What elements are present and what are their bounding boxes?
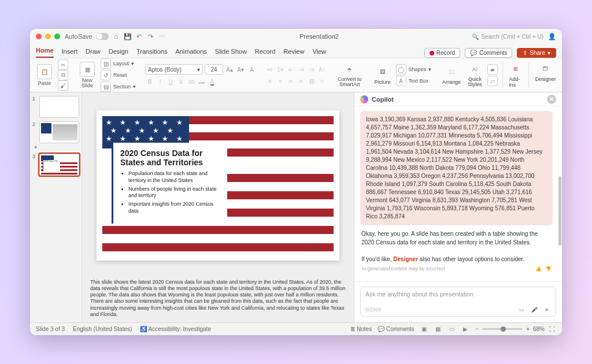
zoom-value[interactable]: 68% — [533, 326, 545, 332]
autosave-toggle[interactable] — [96, 33, 109, 40]
tab-draw[interactable]: Draw — [86, 46, 101, 58]
thumbs-down-icon[interactable]: 👎 — [545, 266, 552, 272]
reset-button[interactable]: ↺Reset — [101, 70, 136, 80]
copilot-ribbon-button[interactable]: Copilot — [561, 62, 562, 88]
clear-format-button[interactable]: A̶ — [247, 65, 256, 74]
tab-slideshow[interactable]: Slide Show — [215, 46, 247, 58]
align-center-button[interactable]: ≡ — [276, 76, 285, 86]
text-direction-button[interactable]: A↕ — [317, 65, 327, 74]
tab-transitions[interactable]: Transitions — [136, 46, 167, 58]
highlight-button[interactable]: ▬ — [197, 77, 206, 86]
new-slide-button[interactable]: ▦ — [80, 62, 95, 77]
tab-insert[interactable]: Insert — [62, 46, 78, 58]
strike-button[interactable]: S̶ — [176, 77, 186, 86]
shape-outline-button[interactable]: ▱ — [487, 76, 498, 86]
section-button[interactable]: ▤Section▾ — [101, 81, 136, 92]
copy-button[interactable]: ⧉ — [58, 70, 68, 80]
sparkle-icon: ✦ — [34, 144, 38, 150]
minimize-window-button[interactable] — [45, 34, 51, 39]
fit-window-button[interactable]: ⛶ — [548, 325, 556, 333]
addins-button[interactable]: ⊞Add-ins — [507, 62, 524, 88]
justify-button[interactable]: ≡ — [297, 76, 306, 86]
language-status[interactable]: English (United States) — [73, 326, 132, 332]
zoom-out-button[interactable]: − — [475, 326, 479, 332]
normal-view-button[interactable]: ▣ — [420, 325, 428, 333]
slide-title: 2020 Census Data for States and Territor… — [120, 148, 220, 167]
line-spacing-button[interactable]: ↕≡ — [307, 65, 316, 74]
shape-fill-button[interactable]: ▰ — [487, 64, 498, 75]
designer-button[interactable]: 🗔Designer — [534, 62, 558, 88]
tab-view[interactable]: View — [312, 46, 326, 58]
columns-button[interactable]: ▥ — [307, 76, 316, 86]
comments-button[interactable]: 💬Comments — [465, 48, 512, 58]
tab-review[interactable]: Review — [283, 46, 304, 58]
sorter-view-button[interactable]: ▦ — [434, 325, 442, 333]
tab-animations[interactable]: Animations — [175, 46, 206, 58]
indent-dec-button[interactable]: ⇤ — [286, 65, 295, 74]
copilot-scrollbar[interactable] — [558, 106, 561, 281]
home-icon[interactable]: ⌂ — [112, 32, 120, 40]
slide-bullet: Important insights from 2020 Census data — [128, 201, 220, 214]
thumbnail-2[interactable]: 2 — [32, 121, 79, 143]
bullets-button[interactable]: •≡ — [265, 65, 275, 74]
layout-button[interactable]: ▥Layout▾ — [101, 58, 136, 69]
convert-smartart-button[interactable]: ⬘Convert to SmartArt — [336, 63, 364, 87]
decrease-font-button[interactable]: A▾ — [236, 65, 245, 74]
underline-button[interactable]: U — [166, 77, 175, 86]
copilot-input[interactable]: Ask me anything about this presentation … — [360, 287, 556, 317]
zoom-in-button[interactable]: + — [526, 326, 530, 332]
close-window-button[interactable] — [36, 34, 42, 39]
slideshow-view-button[interactable]: ▶ — [461, 325, 469, 333]
cut-button[interactable]: ✂ — [58, 60, 68, 70]
accessibility-status[interactable]: ♿ Accessibility: Investigate — [140, 326, 211, 332]
send-icon[interactable]: ➤ — [543, 306, 551, 314]
zoom-slider[interactable] — [482, 328, 523, 330]
bold-button[interactable]: B — [145, 77, 154, 86]
indent-inc-button[interactable]: ⇥ — [297, 65, 306, 74]
clipboard-group: 📋 Paste — [35, 64, 54, 86]
close-pane-button[interactable]: ✕ — [547, 95, 556, 104]
chevron-down-icon: ▾ — [547, 50, 550, 56]
notes-toggle[interactable]: ≣ Notes — [350, 326, 372, 332]
maximize-window-button[interactable] — [54, 34, 60, 39]
tab-record[interactable]: Record — [255, 46, 275, 58]
picture-button[interactable]: 🖼Picture — [373, 65, 393, 85]
textbox-button[interactable]: AText Box — [396, 76, 432, 86]
shapes-button[interactable]: ◯Shapes▾ — [396, 64, 432, 75]
increase-font-button[interactable]: A▴ — [225, 65, 234, 74]
share-button[interactable]: ⇪Share▾ — [517, 48, 556, 58]
thumbnail-3[interactable]: 3 2020 Census Data — [32, 154, 79, 176]
font-select[interactable]: Aptos (Body)▾ — [145, 64, 203, 75]
redo-icon[interactable]: ↷ — [147, 32, 155, 40]
save-icon[interactable]: 💾 — [124, 32, 132, 40]
speaker-notes[interactable]: This slide shows the latest 2020 Census … — [82, 276, 354, 323]
paste-button[interactable]: 📋 — [37, 64, 52, 79]
thumbs-up-icon[interactable]: 👍 — [535, 266, 542, 272]
reading-view-button[interactable]: ▭ — [447, 325, 456, 333]
mic-icon[interactable]: 🎤 — [530, 306, 538, 314]
shadow-button[interactable]: ab — [187, 77, 196, 86]
italic-button[interactable]: I — [156, 77, 165, 86]
align-text-button[interactable]: ⎅ — [317, 76, 327, 86]
search-box[interactable]: 🔍 Search (Cmd + Ctrl + U) — [472, 34, 543, 40]
share-presence-icon[interactable]: 👤 — [548, 32, 556, 40]
slide-position[interactable]: Slide 3 of 3 — [36, 326, 65, 332]
align-right-button[interactable]: ≡ — [286, 76, 295, 86]
font-size-select[interactable]: 24 — [205, 64, 223, 75]
thumbnail-1[interactable]: 1 — [32, 96, 79, 118]
book-icon[interactable]: ▭ — [517, 306, 526, 314]
font-color-button[interactable]: A — [208, 77, 217, 86]
designer-link[interactable]: Designer — [393, 256, 418, 262]
quick-styles-button[interactable]: AͣQuick Styles — [466, 63, 484, 87]
more-icon[interactable]: ⋯ — [158, 32, 166, 40]
record-button[interactable]: Record — [424, 48, 460, 58]
comments-toggle[interactable]: 💬 Comments — [378, 326, 414, 332]
numbering-button[interactable]: 1≡ — [276, 65, 285, 74]
tab-home[interactable]: Home — [36, 44, 54, 58]
tab-design[interactable]: Design — [109, 46, 128, 58]
arrange-button[interactable]: ⬚Arrange — [441, 65, 462, 85]
format-painter-button[interactable]: 🖌 — [58, 80, 68, 91]
slide-canvas[interactable]: ★ ★ ★ ★ ★ ★ ★ ★ ★ ★ ★★ ★ ★ ★ ★ ★ 2020 Ce… — [82, 92, 354, 276]
undo-icon[interactable]: ↶ — [135, 32, 143, 40]
align-left-button[interactable]: ≡ — [265, 76, 275, 86]
